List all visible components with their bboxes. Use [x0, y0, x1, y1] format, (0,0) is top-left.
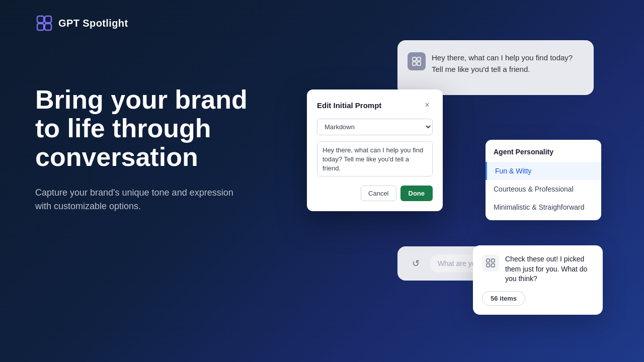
- svg-rect-7: [417, 62, 421, 65]
- bot-icon: [408, 52, 426, 70]
- svg-rect-8: [487, 259, 490, 262]
- svg-rect-4: [413, 57, 416, 61]
- svg-rect-9: [492, 259, 495, 262]
- edit-prompt-modal: Edit Initial Prompt × Markdown Hey there…: [307, 89, 443, 211]
- items-badge[interactable]: 56 items: [482, 291, 525, 306]
- modal-footer: Cancel Done: [317, 186, 433, 201]
- headline: Bring your brandto life throughconversat…: [35, 85, 248, 172]
- svg-rect-10: [487, 264, 490, 267]
- refresh-icon: ↺: [408, 255, 424, 272]
- items-card-message: Check these out! I picked them just for …: [505, 254, 594, 284]
- app-name: GPT Spotlight: [58, 18, 128, 29]
- modal-header: Edit Initial Prompt ×: [317, 100, 433, 111]
- personality-item-fun[interactable]: Fun & Witty: [486, 162, 601, 180]
- personality-title: Agent Personality: [486, 148, 601, 162]
- bg-chat-card: Hey there, what can I help you find toda…: [397, 40, 594, 95]
- personality-item-courteous[interactable]: Courteous & Professional: [486, 180, 601, 198]
- items-card: Check these out! I picked them just for …: [473, 245, 603, 315]
- items-card-top: Check these out! I picked them just for …: [482, 254, 594, 284]
- svg-rect-0: [37, 16, 44, 23]
- chat-bubble-text: Hey there, what can I help you find toda…: [432, 52, 584, 75]
- header: GPT Spotlight: [35, 14, 128, 32]
- chat-bubble: Hey there, what can I help you find toda…: [408, 52, 584, 75]
- left-content: Bring your brandto life throughconversat…: [35, 85, 248, 213]
- done-button[interactable]: Done: [400, 186, 433, 201]
- cancel-button[interactable]: Cancel: [361, 186, 396, 201]
- logo-icon: [35, 14, 53, 32]
- svg-rect-3: [45, 24, 51, 30]
- svg-rect-1: [45, 16, 51, 23]
- subtext: Capture your brand's unique tone and exp…: [35, 186, 247, 213]
- prompt-textarea[interactable]: Hey there, what can I help you find toda…: [317, 141, 433, 176]
- items-card-bot-icon: [482, 254, 499, 272]
- svg-rect-11: [492, 264, 495, 267]
- format-select[interactable]: Markdown: [317, 119, 433, 135]
- modal-title: Edit Initial Prompt: [317, 101, 381, 110]
- svg-rect-6: [413, 62, 416, 65]
- modal-close-button[interactable]: ×: [422, 100, 433, 111]
- svg-rect-5: [417, 57, 421, 61]
- personality-card: Agent Personality Fun & Witty Courteous …: [486, 140, 601, 220]
- svg-rect-2: [37, 24, 44, 30]
- personality-item-minimalistic[interactable]: Minimalistic & Straighforward: [486, 198, 601, 216]
